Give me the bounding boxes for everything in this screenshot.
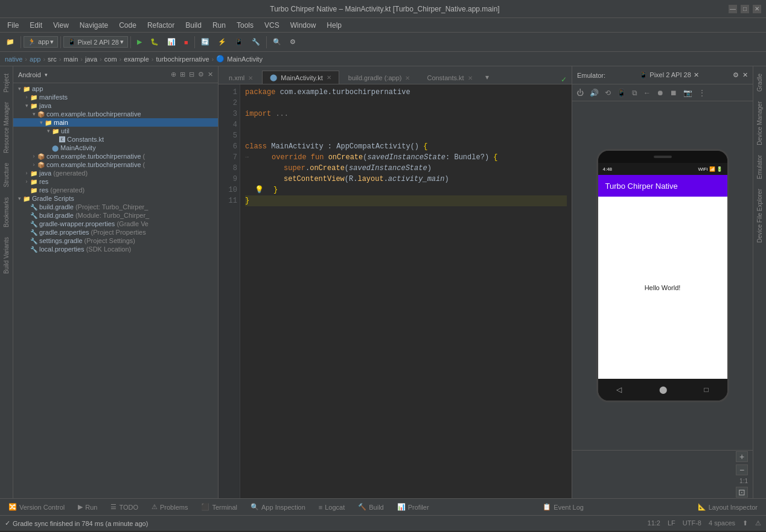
- tree-res[interactable]: › 📁 res: [13, 177, 218, 186]
- maximize-button[interactable]: □: [741, 5, 749, 13]
- tab-problems[interactable]: ⚠ Problems: [145, 499, 194, 515]
- stop-button[interactable]: ■: [180, 37, 192, 47]
- sync-button[interactable]: 🔄: [197, 37, 213, 47]
- avd-button[interactable]: 📱: [231, 37, 247, 47]
- tab-more[interactable]: ▾: [482, 71, 493, 84]
- menu-build[interactable]: Build: [180, 20, 206, 31]
- bc-src[interactable]: src: [48, 55, 57, 63]
- sidebar-item-device-manager[interactable]: Device Manager: [755, 97, 765, 150]
- bc-mainactivity[interactable]: MainActivity: [227, 55, 263, 63]
- tab-run[interactable]: ▶ Run: [72, 499, 103, 515]
- sidebar-item-project[interactable]: Project: [1, 69, 11, 97]
- debug-button[interactable]: 🐛: [147, 37, 162, 47]
- tree-gradle-scripts[interactable]: ▾ 📁 Gradle Scripts: [13, 194, 218, 203]
- sidebar-item-bookmarks[interactable]: Bookmarks: [1, 192, 11, 232]
- bc-native[interactable]: native: [5, 55, 22, 63]
- menu-code[interactable]: Code: [114, 20, 141, 31]
- bc-main[interactable]: main: [63, 55, 78, 63]
- menu-vcs[interactable]: VCS: [260, 20, 284, 31]
- bc-com[interactable]: com: [104, 55, 117, 63]
- tree-mainactivity[interactable]: ⬤ MainActivity: [13, 144, 218, 152]
- project-close-icon[interactable]: ✕: [208, 71, 213, 78]
- menu-edit[interactable]: Edit: [25, 20, 47, 31]
- tab-build[interactable]: 🔨 Build: [352, 499, 389, 515]
- sidebar-item-structure[interactable]: Structure: [1, 158, 11, 192]
- em-stop-btn[interactable]: ⏹: [668, 87, 679, 98]
- tab-build-gradle-close[interactable]: ✕: [405, 75, 410, 81]
- em-camera-btn[interactable]: 📷: [681, 87, 694, 98]
- menu-window[interactable]: Window: [286, 20, 321, 31]
- menu-refactor[interactable]: Refactor: [142, 20, 179, 31]
- settings-button[interactable]: ⚙: [286, 37, 299, 47]
- tab-nxml-close[interactable]: ✕: [248, 75, 253, 81]
- status-encoding[interactable]: LF: [668, 519, 675, 527]
- tree-package-3[interactable]: › 📦 com.example.turbochirpernative (: [13, 160, 218, 169]
- tree-res-gen[interactable]: 📁 res (generated): [13, 186, 218, 194]
- sidebar-item-gradle[interactable]: Gradle: [755, 69, 765, 97]
- gradle-sync[interactable]: ⚡: [214, 37, 230, 47]
- tab-mainactivity[interactable]: ⬤ MainActivity.kt ✕: [262, 71, 339, 84]
- phone-home-btn[interactable]: ⬤: [659, 385, 667, 394]
- project-settings-icon[interactable]: ⚙: [198, 71, 204, 78]
- tree-package-main[interactable]: ▾ 📦 com.example.turbochirpernative: [13, 110, 218, 118]
- menu-tools[interactable]: Tools: [232, 20, 258, 31]
- tab-version-control[interactable]: 🔀 Version Control: [2, 499, 71, 515]
- tab-logcat[interactable]: ≡ Logcat: [313, 499, 351, 515]
- tree-manifests[interactable]: › 📁 manifests: [13, 93, 218, 101]
- run-button[interactable]: ▶: [133, 37, 145, 47]
- tree-gradle-wrapper[interactable]: 🔧 gradle-wrapper.properties (Gradle Ve: [13, 220, 218, 228]
- sidebar-item-build-variants[interactable]: Build Variants: [1, 232, 11, 279]
- tab-nxml[interactable]: n.xml ✕: [221, 71, 261, 84]
- tree-build-gradle-proj[interactable]: 🔧 build.gradle (Project: Turbo_Chirper_: [13, 203, 218, 211]
- tab-mainactivity-close[interactable]: ✕: [327, 74, 331, 81]
- status-charset[interactable]: UTF-8: [683, 519, 701, 527]
- em-rotate-btn[interactable]: ⟲: [603, 87, 613, 98]
- zoom-in-button[interactable]: +: [736, 451, 748, 462]
- tree-java-gen[interactable]: › 📁 java (generated): [13, 169, 218, 177]
- tree-app[interactable]: ▾ 📁 app: [13, 84, 218, 93]
- tab-constants-close[interactable]: ✕: [468, 75, 473, 81]
- emulator-device-arrow[interactable]: ✕: [694, 71, 699, 79]
- tree-main[interactable]: ▾ 📁 main: [13, 118, 218, 127]
- tree-gradle-props[interactable]: 🔧 gradle.properties (Project Properties: [13, 228, 218, 236]
- tree-settings-gradle[interactable]: 🔧 settings.gradle (Project Settings): [13, 236, 218, 245]
- em-fold-btn[interactable]: ⧉: [630, 87, 639, 98]
- menu-file[interactable]: File: [2, 20, 24, 31]
- close-button[interactable]: ✕: [753, 5, 761, 13]
- tab-app-inspection[interactable]: 🔍 App Inspection: [244, 499, 311, 515]
- bc-example[interactable]: example: [124, 55, 149, 63]
- menu-help[interactable]: Help: [322, 20, 346, 31]
- tree-package-2[interactable]: › 📦 com.example.turbochirpernative (: [13, 152, 218, 160]
- em-tablet-btn[interactable]: 📱: [615, 87, 628, 98]
- em-back-btn[interactable]: ←: [642, 87, 653, 98]
- tree-java[interactable]: ▾ 📁 java: [13, 101, 218, 110]
- zoom-fit-button[interactable]: ⊡: [736, 487, 748, 498]
- project-expand-icon[interactable]: ⊞: [180, 71, 185, 78]
- project-collapse-icon[interactable]: ⊟: [189, 71, 194, 78]
- em-volume-btn[interactable]: 🔊: [588, 87, 601, 98]
- status-position[interactable]: 11:2: [648, 519, 660, 527]
- tab-layout-inspector[interactable]: 📐 Layout Inspector: [692, 502, 764, 512]
- sidebar-item-emulator[interactable]: Emulator: [755, 150, 765, 184]
- phone-recents-btn[interactable]: □: [704, 385, 708, 394]
- editor-checkmark[interactable]: ✓: [561, 75, 567, 84]
- tree-build-gradle-mod[interactable]: 🔧 build.gradle (Module: Turbo_Chirper_: [13, 211, 218, 220]
- status-indent[interactable]: 4 spaces: [709, 519, 735, 527]
- sdk-button[interactable]: 🔧: [248, 37, 264, 47]
- sidebar-item-device-file-explorer[interactable]: Device File Explorer: [755, 184, 765, 247]
- sidebar-item-resource-manager[interactable]: Resource Manager: [1, 97, 11, 158]
- tab-todo[interactable]: ☰ TODO: [104, 499, 144, 515]
- tree-constants[interactable]: 🅺 Constants.kt: [13, 135, 218, 144]
- toolbar-recent-files[interactable]: 📁: [2, 37, 18, 47]
- project-dropdown-arrow[interactable]: ▾: [45, 72, 48, 78]
- menu-run[interactable]: Run: [208, 20, 231, 31]
- app-dropdown[interactable]: 🏃 app ▾: [24, 36, 58, 48]
- project-add-icon[interactable]: ⊕: [171, 71, 176, 78]
- tab-profiler[interactable]: 📊 Profiler: [391, 499, 435, 515]
- menu-view[interactable]: View: [48, 20, 74, 31]
- tab-build-gradle[interactable]: build.gradle (:app) ✕: [340, 71, 418, 84]
- tree-util[interactable]: ▾ 📁 util: [13, 127, 218, 135]
- profile-button[interactable]: 📊: [164, 37, 179, 47]
- code-area[interactable]: package com.example.turbochirpernative i…: [240, 84, 572, 498]
- zoom-out-button[interactable]: −: [736, 464, 748, 475]
